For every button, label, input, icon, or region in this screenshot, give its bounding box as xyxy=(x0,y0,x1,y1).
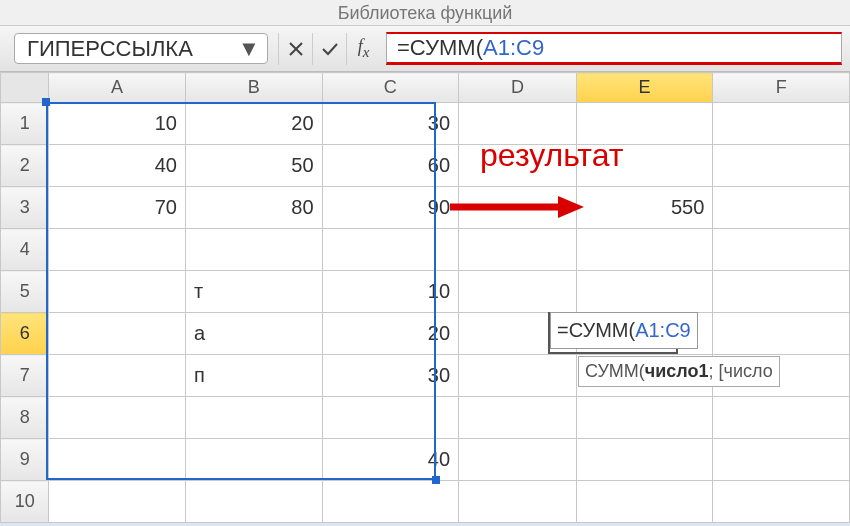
col-header-B[interactable]: B xyxy=(185,73,322,103)
table-row: 3708090550 xyxy=(1,187,850,229)
cell-D8[interactable] xyxy=(459,397,577,439)
column-headers: A B C D E F xyxy=(1,73,850,103)
cell-F4[interactable] xyxy=(713,229,850,271)
row-header-1[interactable]: 1 xyxy=(1,103,49,145)
col-header-A[interactable]: A xyxy=(49,73,186,103)
table-row: 10 xyxy=(1,481,850,523)
cell-D3[interactable] xyxy=(459,187,577,229)
table-row: 8 xyxy=(1,397,850,439)
cell-B4[interactable] xyxy=(185,229,322,271)
cell-A3[interactable]: 70 xyxy=(49,187,186,229)
cell-A6[interactable] xyxy=(49,313,186,355)
cell-E9[interactable] xyxy=(576,439,713,481)
cell-C1[interactable]: 30 xyxy=(322,103,459,145)
cell-C4[interactable] xyxy=(322,229,459,271)
insert-function-button[interactable]: fx xyxy=(346,33,380,65)
cell-D5[interactable] xyxy=(459,271,577,313)
cell-A10[interactable] xyxy=(49,481,186,523)
cell-B6[interactable]: а xyxy=(185,313,322,355)
table-row: 940 xyxy=(1,439,850,481)
cell-E4[interactable] xyxy=(576,229,713,271)
cell-F5[interactable] xyxy=(713,271,850,313)
table-row: 4 xyxy=(1,229,850,271)
cell-F10[interactable] xyxy=(713,481,850,523)
col-header-F[interactable]: F xyxy=(713,73,850,103)
col-header-E[interactable]: E xyxy=(576,73,713,103)
table-row: 1102030 xyxy=(1,103,850,145)
tooltip-arg1: число1 xyxy=(645,361,709,381)
cell-B10[interactable] xyxy=(185,481,322,523)
x-icon xyxy=(288,41,304,57)
cell-D9[interactable] xyxy=(459,439,577,481)
cell-F2[interactable] xyxy=(713,145,850,187)
cell-D10[interactable] xyxy=(459,481,577,523)
row-header-2[interactable]: 2 xyxy=(1,145,49,187)
row-header-3[interactable]: 3 xyxy=(1,187,49,229)
row-header-9[interactable]: 9 xyxy=(1,439,49,481)
spreadsheet-grid[interactable]: A B C D E F 11020302405060370809055045т1… xyxy=(0,72,850,523)
row-header-4[interactable]: 4 xyxy=(1,229,49,271)
cell-A8[interactable] xyxy=(49,397,186,439)
cancel-button[interactable] xyxy=(278,33,312,65)
cell-editor-ref: A1:C9 xyxy=(635,319,691,341)
selection-handle-br[interactable] xyxy=(432,476,440,484)
cell-F6[interactable] xyxy=(713,313,850,355)
name-box-text: ГИПЕРССЫЛКА xyxy=(27,36,237,62)
cell-B1[interactable]: 20 xyxy=(185,103,322,145)
row-header-10[interactable]: 10 xyxy=(1,481,49,523)
cell-E10[interactable] xyxy=(576,481,713,523)
row-header-5[interactable]: 5 xyxy=(1,271,49,313)
cell-B9[interactable] xyxy=(185,439,322,481)
cell-editor-prefix: =СУММ( xyxy=(557,319,635,341)
name-box-dropdown-icon[interactable]: ▼ xyxy=(237,36,261,62)
cell-F9[interactable] xyxy=(713,439,850,481)
cell-C8[interactable] xyxy=(322,397,459,439)
table-row: 5т10 xyxy=(1,271,850,313)
cell-C9[interactable]: 40 xyxy=(322,439,459,481)
tooltip-rest: ; [число xyxy=(709,361,773,381)
cell-C3[interactable]: 90 xyxy=(322,187,459,229)
cell-A7[interactable] xyxy=(49,355,186,397)
enter-button[interactable] xyxy=(312,33,346,65)
cell-C6[interactable]: 20 xyxy=(322,313,459,355)
cell-F1[interactable] xyxy=(713,103,850,145)
grid-table: A B C D E F 11020302405060370809055045т1… xyxy=(0,72,850,523)
cell-C7[interactable]: 30 xyxy=(322,355,459,397)
col-header-C[interactable]: C xyxy=(322,73,459,103)
formula-text-prefix: =СУММ( xyxy=(397,35,483,61)
cell-B3[interactable]: 80 xyxy=(185,187,322,229)
selection-handle-tl[interactable] xyxy=(42,98,50,106)
cell-editor[interactable]: =СУММ(A1:C9 xyxy=(550,312,698,349)
cell-A4[interactable] xyxy=(49,229,186,271)
row-header-6[interactable]: 6 xyxy=(1,313,49,355)
cell-B2[interactable]: 50 xyxy=(185,145,322,187)
formula-bar: ГИПЕРССЫЛКА ▼ fx =СУММ(A1:C9 xyxy=(0,26,850,72)
cell-C2[interactable]: 60 xyxy=(322,145,459,187)
cell-F3[interactable] xyxy=(713,187,850,229)
row-header-8[interactable]: 8 xyxy=(1,397,49,439)
table-row: 2405060 xyxy=(1,145,850,187)
ribbon-group-label: Библиотека функций xyxy=(0,0,850,26)
cell-E8[interactable] xyxy=(576,397,713,439)
formula-input[interactable]: =СУММ(A1:C9 xyxy=(386,32,842,65)
tooltip-func: СУММ( xyxy=(585,361,645,381)
cell-C5[interactable]: 10 xyxy=(322,271,459,313)
name-box[interactable]: ГИПЕРССЫЛКА ▼ xyxy=(14,33,268,64)
cell-A1[interactable]: 10 xyxy=(49,103,186,145)
cell-B8[interactable] xyxy=(185,397,322,439)
cell-A5[interactable] xyxy=(49,271,186,313)
cell-E5[interactable] xyxy=(576,271,713,313)
cell-B7[interactable]: п xyxy=(185,355,322,397)
cell-D7[interactable] xyxy=(459,355,577,397)
result-annotation: результат xyxy=(480,137,623,174)
col-header-D[interactable]: D xyxy=(459,73,577,103)
row-header-7[interactable]: 7 xyxy=(1,355,49,397)
cell-A2[interactable]: 40 xyxy=(49,145,186,187)
cell-A9[interactable] xyxy=(49,439,186,481)
cell-F8[interactable] xyxy=(713,397,850,439)
cell-B5[interactable]: т xyxy=(185,271,322,313)
cell-C10[interactable] xyxy=(322,481,459,523)
cell-D4[interactable] xyxy=(459,229,577,271)
cell-E3[interactable]: 550 xyxy=(576,187,713,229)
formula-text-ref: A1:C9 xyxy=(483,35,544,61)
